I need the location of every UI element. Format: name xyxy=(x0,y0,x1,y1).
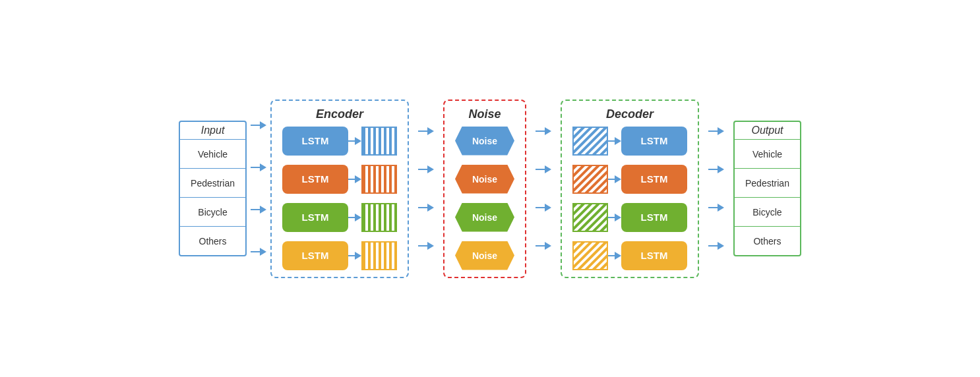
noise-rows: Noise Noise Noise Noise xyxy=(455,127,514,270)
svg-rect-5 xyxy=(363,166,397,194)
encoder-lstm-others: LSTM xyxy=(282,241,348,270)
encoder-row-pedestrian: LSTM xyxy=(282,165,397,194)
arrows-noise-dec xyxy=(533,98,554,279)
svg-rect-2 xyxy=(363,128,397,156)
noise-hex-others: Noise xyxy=(455,241,514,270)
arr4 xyxy=(348,252,361,260)
output-title: Output xyxy=(735,122,800,139)
output-pedestrian: Pedestrian xyxy=(735,168,800,197)
decoder-lstm-bicycle: LSTM xyxy=(621,203,687,232)
encoder-row-bicycle: LSTM xyxy=(282,203,397,232)
input-pedestrian: Pedestrian xyxy=(180,168,245,197)
darr4 xyxy=(608,252,621,260)
noise-title: Noise xyxy=(468,107,501,121)
output-box: Output Vehicle Pedestrian Bicycle Others xyxy=(733,121,801,256)
encoder-stripe-others xyxy=(361,241,397,270)
input-box: Input Vehicle Pedestrian Bicycle Others xyxy=(179,121,247,256)
svg-rect-8 xyxy=(363,204,397,232)
noise-row-others: Noise xyxy=(455,241,514,270)
encoder-lstm-pedestrian: LSTM xyxy=(282,165,348,194)
decoder-row-others: LSTM xyxy=(572,241,687,270)
arr1 xyxy=(348,137,361,145)
encoder-row-others: LSTM xyxy=(282,241,397,270)
noise-hex-pedestrian: Noise xyxy=(455,165,514,194)
decoder-stripe-others xyxy=(572,241,608,270)
arr3 xyxy=(348,214,361,221)
encoder-lstm-bicycle: LSTM xyxy=(282,203,348,232)
svg-rect-17 xyxy=(574,166,608,194)
svg-rect-14 xyxy=(574,128,608,156)
darr3 xyxy=(608,214,621,221)
encoder-rows: LSTM LSTM LSTM xyxy=(282,127,397,270)
noise-row-vehicle: Noise xyxy=(455,127,514,156)
decoder-row-bicycle: LSTM xyxy=(572,203,687,232)
decoder-rows: LSTM LSTM xyxy=(572,127,687,270)
input-others: Others xyxy=(180,226,245,255)
output-bicycle: Bicycle xyxy=(735,197,800,226)
noise-hex-vehicle: Noise xyxy=(455,127,514,156)
input-bicycle: Bicycle xyxy=(180,197,245,226)
decoder-lstm-others: LSTM xyxy=(621,241,687,270)
arrows-dec-output xyxy=(706,98,727,279)
darr1 xyxy=(608,137,621,145)
encoder-stripe-pedestrian xyxy=(361,165,397,194)
arrows-enc-noise xyxy=(415,98,437,279)
decoder-stripe-vehicle xyxy=(572,127,608,156)
encoder-section: Encoder LSTM LSTM LSTM xyxy=(270,100,409,278)
svg-rect-23 xyxy=(574,243,608,270)
output-others: Others xyxy=(735,226,800,255)
encoder-stripe-bicycle xyxy=(361,203,397,232)
svg-rect-20 xyxy=(574,204,608,232)
darr2 xyxy=(608,175,621,183)
encoder-stripe-vehicle xyxy=(361,127,397,156)
input-vehicle: Vehicle xyxy=(180,139,245,168)
arr2 xyxy=(348,175,361,183)
decoder-section: Decoder LSTM xyxy=(561,100,699,278)
diagram-container: Input Vehicle Pedestrian Bicycle Others … xyxy=(0,98,980,279)
noise-row-bicycle: Noise xyxy=(455,203,514,232)
decoder-stripe-pedestrian xyxy=(572,165,608,194)
decoder-lstm-vehicle: LSTM xyxy=(621,127,687,156)
decoder-lstm-pedestrian: LSTM xyxy=(621,165,687,194)
arrow-input-encoder xyxy=(253,103,264,274)
encoder-row-vehicle: LSTM xyxy=(282,127,397,156)
noise-hex-bicycle: Noise xyxy=(455,203,514,232)
svg-rect-11 xyxy=(363,243,397,270)
input-title: Input xyxy=(180,122,245,139)
decoder-row-pedestrian: LSTM xyxy=(572,165,687,194)
noise-section: Noise Noise Noise Noise Noise xyxy=(443,100,526,278)
encoder-title: Encoder xyxy=(316,107,363,121)
output-vehicle: Vehicle xyxy=(735,139,800,168)
decoder-row-vehicle: LSTM xyxy=(572,127,687,156)
noise-row-pedestrian: Noise xyxy=(455,165,514,194)
encoder-lstm-vehicle: LSTM xyxy=(282,127,348,156)
decoder-stripe-bicycle xyxy=(572,203,608,232)
decoder-title: Decoder xyxy=(606,107,654,121)
